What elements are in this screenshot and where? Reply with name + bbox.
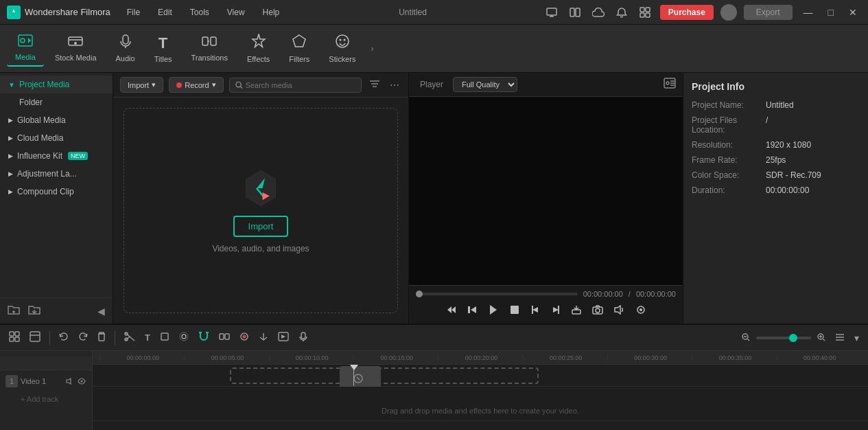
snapshot-icon[interactable]	[589, 303, 607, 319]
record-button[interactable]: Record ▾	[169, 77, 223, 93]
zoom-out-icon[interactable]	[738, 330, 753, 346]
preview-settings-icon[interactable]	[664, 78, 676, 91]
minimize-button[interactable]: —	[799, 7, 817, 18]
filter-settings-icon[interactable]	[367, 77, 382, 93]
split-icon[interactable]	[567, 4, 583, 21]
redo-icon[interactable]	[75, 330, 91, 346]
video-effects-icon[interactable]	[274, 330, 292, 346]
track-labels: 1 Video 1 + Add track	[0, 351, 93, 430]
more-tl-icon[interactable]: ▾	[851, 330, 863, 346]
maximize-button[interactable]: □	[824, 7, 838, 18]
search-input[interactable]	[246, 81, 355, 89]
play-icon[interactable]	[484, 302, 502, 319]
zoom-thumb[interactable]	[789, 334, 797, 342]
cloud-icon[interactable]	[590, 4, 607, 21]
skip-back-icon[interactable]	[443, 303, 460, 319]
settings-playback-icon[interactable]	[633, 303, 649, 319]
sidebar-item-global-media[interactable]: ▶ Global Media	[0, 111, 113, 129]
import-cta-button[interactable]: Import	[233, 216, 289, 237]
track-label-video1: 1 Video 1	[0, 370, 92, 392]
crop-icon[interactable]	[156, 330, 173, 346]
notification-icon[interactable]	[613, 4, 630, 21]
timeline: T	[0, 324, 868, 430]
tl-sep-2	[115, 331, 115, 345]
mark-out-icon[interactable]	[548, 303, 564, 319]
text-overlay-icon[interactable]: T	[141, 330, 154, 345]
import-tl-icon[interactable]	[255, 330, 272, 346]
toolbar-stock-media-label: Stock Media	[55, 54, 97, 62]
menu-tools[interactable]: Tools	[187, 6, 212, 19]
sidebar-item-adjustment-layer[interactable]: ▶ Adjustment La...	[0, 165, 113, 183]
toolbar-item-effects[interactable]: Effects	[239, 30, 278, 67]
timeline-view-icon[interactable]	[26, 329, 44, 346]
menu-help[interactable]: Help	[260, 6, 283, 19]
track-eye-icon[interactable]	[77, 375, 86, 387]
import-button[interactable]: Import ▾	[120, 77, 163, 93]
grid-icon[interactable]	[637, 4, 653, 21]
audio-tl-icon[interactable]	[295, 330, 312, 346]
record-tl-icon[interactable]	[236, 330, 253, 346]
svg-rect-75	[220, 334, 224, 339]
toolbar-transitions-label: Transitions	[191, 54, 228, 62]
add-folder-icon[interactable]	[5, 302, 22, 319]
group-icon[interactable]	[215, 330, 233, 346]
sidebar-item-influence-kit[interactable]: ▶ Influence Kit NEW	[0, 147, 113, 165]
stop-icon[interactable]	[506, 303, 523, 319]
ripple-icon[interactable]	[176, 330, 192, 346]
list-view-icon[interactable]	[832, 330, 848, 346]
progress-thumb[interactable]	[416, 291, 423, 297]
toolbar-item-filters[interactable]: Filters	[281, 30, 318, 67]
purchase-button[interactable]: Purchase	[660, 5, 714, 20]
menu-edit[interactable]: Edit	[155, 6, 175, 19]
toolbar-item-titles[interactable]: T Titles	[146, 30, 180, 67]
sidebar-item-folder[interactable]: Folder	[0, 93, 113, 111]
toolbar-item-audio[interactable]: Audio	[108, 30, 143, 67]
media-toolbar: Import ▾ Record ▾ ⋯	[113, 73, 408, 98]
import-folder-icon[interactable]	[26, 302, 43, 319]
project-media-label: Project Media	[19, 80, 69, 89]
new-badge: NEW	[68, 152, 88, 160]
adjustment-arrow-icon: ▶	[8, 170, 13, 177]
toolbar-item-transitions[interactable]: Transitions	[183, 31, 236, 66]
quality-select[interactable]: Full Quality	[453, 77, 517, 92]
app-title: Untitled	[282, 8, 543, 17]
scene-detect-icon[interactable]	[5, 329, 23, 346]
track-row-video1[interactable]	[93, 365, 868, 387]
sidebar-item-project-media[interactable]: ▼ Project Media	[0, 76, 113, 93]
monitor-icon[interactable]	[543, 4, 560, 21]
mark-in-icon[interactable]	[527, 303, 543, 319]
svg-point-78	[242, 335, 246, 339]
more-options-icon[interactable]: ⋯	[388, 78, 401, 93]
export-button[interactable]: Export	[744, 5, 793, 20]
undo-icon[interactable]	[56, 330, 72, 346]
zoom-in-icon[interactable]	[814, 330, 829, 346]
sidebar-item-cloud-media[interactable]: ▶ Cloud Media	[0, 129, 113, 147]
cut-icon[interactable]	[121, 330, 139, 346]
sidebar-item-compound-clip[interactable]: ▶ Compound Clip	[0, 183, 113, 201]
svg-marker-42	[451, 306, 456, 313]
volume-icon[interactable]	[611, 303, 629, 319]
add-to-timeline-icon[interactable]	[568, 303, 585, 319]
zoom-slider[interactable]	[756, 337, 811, 339]
step-back-icon[interactable]	[464, 303, 480, 319]
drop-zone	[230, 367, 539, 384]
track-volume-icon[interactable]	[65, 375, 75, 387]
player-tab[interactable]: Player	[416, 78, 447, 91]
track-row-empty[interactable]: Drag and drop media and effects here to …	[93, 387, 868, 421]
magnet-icon[interactable]	[195, 330, 213, 346]
left-panel: ▼ Project Media Folder ▶ Global Media ▶ …	[0, 73, 113, 324]
toolbar-item-stickers[interactable]: Stickers	[320, 30, 364, 67]
menu-file[interactable]: File	[124, 6, 143, 19]
progress-bar[interactable]	[416, 293, 578, 295]
track-area[interactable]: 00:00:00:00 00:00:05:00 00:00:10:00 00:0…	[93, 351, 868, 430]
toolbar-item-media[interactable]: Media	[7, 30, 44, 67]
delete-icon[interactable]	[94, 330, 109, 346]
menu-view[interactable]: View	[224, 6, 248, 19]
user-avatar[interactable]	[720, 4, 737, 21]
toolbar-more-chevron[interactable]: ›	[366, 44, 377, 54]
toolbar-audio-label: Audio	[116, 54, 135, 63]
close-button[interactable]: ✕	[845, 7, 861, 18]
framerate-value: 25fps	[766, 155, 786, 165]
collapse-panel-icon[interactable]: ◀	[95, 304, 107, 319]
toolbar-item-stock-media[interactable]: Stock Media	[47, 31, 105, 66]
